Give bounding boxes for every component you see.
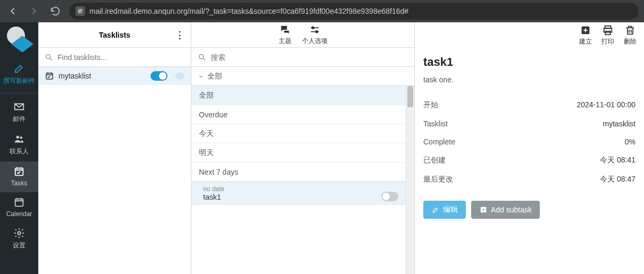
browser-address-bar: mail.iredmail.demo.anqun.org/mail/?_task… (0, 0, 644, 22)
svg-rect-8 (15, 199, 23, 207)
add-subtask-button[interactable]: Add subtask (471, 201, 540, 219)
svg-rect-0 (79, 10, 80, 11)
detail-row-complete: Complete 0% (423, 133, 635, 151)
chevron-down-icon (198, 73, 204, 80)
svg-rect-7 (15, 168, 23, 176)
nav-compose[interactable]: 撰写新邮件 (0, 58, 38, 93)
contacts-icon (13, 133, 25, 145)
svg-rect-1 (81, 10, 82, 11)
filter-all[interactable]: 全部 (191, 86, 406, 105)
tasklists-title: Tasklists (99, 31, 130, 39)
detail-description: task one. (423, 75, 635, 84)
svg-point-9 (18, 232, 21, 235)
tool-delete[interactable]: 删除 (624, 24, 637, 46)
tool-options[interactable]: 个人选项 (302, 24, 328, 46)
nav-back-button[interactable] (5, 4, 20, 19)
task-complete-toggle[interactable] (381, 192, 398, 201)
task-name: task1 (203, 193, 381, 201)
nav-forward-button[interactable] (27, 4, 41, 19)
svg-point-15 (199, 54, 204, 58)
detail-row-changed: 最后更改 今天 08:47 (423, 170, 635, 189)
nav-calendar[interactable]: Calendar (0, 192, 38, 223)
url-text: mail.iredmail.demo.anqun.org/mail/?_task… (89, 7, 408, 15)
svg-point-5 (16, 136, 20, 139)
nav-contacts[interactable]: 联系人 (0, 129, 38, 161)
nav-tasks[interactable]: Tasks (0, 161, 38, 192)
detail-row-created: 已创建 今天 08:41 (423, 151, 635, 170)
mail-icon (13, 101, 25, 113)
tasks-scrollbar[interactable] (406, 86, 414, 274)
tasklist-name: mytasklist (58, 72, 146, 80)
nav-reload-button[interactable] (48, 4, 63, 19)
tasklists-header: Tasklists ⋮ (38, 22, 191, 48)
detail-row-start: 开始 2024-11-01 00:00 (423, 96, 635, 115)
tasklists-search-input[interactable] (57, 53, 185, 62)
svg-point-10 (46, 54, 51, 58)
nav-mail[interactable]: 邮件 (0, 97, 38, 129)
tasks-searchbar (191, 48, 414, 67)
tool-print[interactable]: 打印 (601, 24, 614, 46)
nav-settings[interactable]: 设置 (0, 223, 38, 255)
print-icon (602, 24, 614, 36)
tool-topic[interactable]: 主题 (279, 24, 291, 46)
tasks-panel: 主题 个人选项 全部 全部 Overdue 今天 明天 Next 7 days (191, 22, 415, 274)
plus-square-icon (479, 206, 488, 214)
task-row[interactable]: no date task1 (191, 182, 406, 205)
svg-point-12 (179, 75, 181, 78)
svg-rect-2 (79, 12, 80, 13)
tasks-search-input[interactable] (211, 53, 408, 62)
edit-button[interactable]: 编辑 (423, 201, 466, 219)
svg-point-14 (315, 31, 317, 33)
tasklists-searchbar (38, 48, 191, 67)
search-icon (198, 53, 206, 62)
task-detail-panel: 建立 打印 删除 task1 task one. 开始 2024-11-01 0… (415, 22, 644, 274)
app-logo[interactable] (7, 27, 31, 51)
detail-row-tasklist: Tasklist mytasklist (423, 115, 635, 133)
trash-icon (624, 24, 636, 36)
calendar-icon (13, 196, 25, 208)
search-icon (45, 53, 53, 62)
tasklists-panel: Tasklists ⋮ mytasklist (38, 22, 191, 274)
pencil-icon (431, 206, 440, 214)
tasklist-toggle[interactable] (150, 71, 168, 81)
tasklist-visibility-icon[interactable] (175, 71, 185, 81)
filter-tomorrow[interactable]: 明天 (191, 143, 406, 162)
sliders-icon (309, 24, 321, 36)
left-sidebar: 撰写新邮件 邮件 联系人 Tasks Calendar 设置 (0, 22, 38, 274)
comments-icon (279, 24, 291, 36)
task-filter-list: 全部 Overdue 今天 明天 Next 7 days (191, 86, 406, 182)
tasklists-menu-button[interactable]: ⋮ (175, 29, 185, 41)
tasks-toolbar: 主题 个人选项 (191, 22, 414, 48)
filter-overdue[interactable]: Overdue (191, 105, 406, 124)
site-info-icon[interactable] (76, 6, 85, 16)
tasklist-icon (45, 71, 54, 81)
detail-toolbar: 建立 打印 删除 (415, 22, 644, 48)
detail-title: task1 (423, 55, 635, 69)
tasks-icon (13, 166, 25, 177)
svg-point-6 (20, 136, 22, 139)
scroll-thumb[interactable] (407, 86, 413, 107)
url-bar[interactable]: mail.iredmail.demo.anqun.org/mail/?_task… (69, 3, 639, 20)
tool-create[interactable]: 建立 (579, 24, 592, 46)
gear-icon (13, 227, 25, 239)
tasklist-item[interactable]: mytasklist (38, 67, 191, 85)
compose-icon (13, 63, 25, 74)
svg-point-13 (312, 27, 314, 29)
plus-square-icon (580, 24, 591, 36)
svg-rect-11 (46, 73, 53, 79)
filter-today[interactable]: 今天 (191, 124, 406, 143)
tasks-all-toggle[interactable]: 全部 (191, 67, 414, 86)
task-date-label: no date (203, 185, 381, 193)
filter-next7days[interactable]: Next 7 days (191, 162, 406, 182)
